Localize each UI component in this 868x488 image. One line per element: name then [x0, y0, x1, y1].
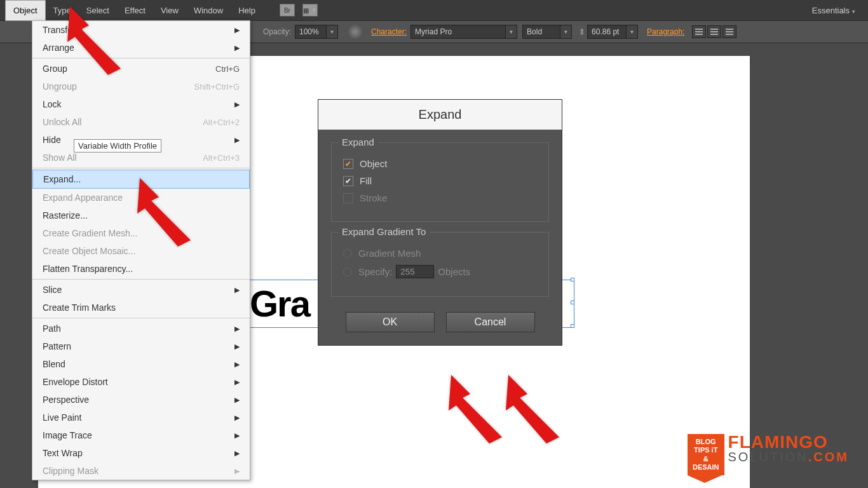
- logo-watermark: BLOG TIPS iT & DESAIN FLAMINGO SOLUTION.…: [688, 434, 849, 475]
- svg-marker-2: [449, 375, 502, 444]
- gradient-mesh-label: Gradient Mesh: [358, 248, 421, 259]
- object-dropdown: Transform▶ Arrange▶ GroupCtrl+G UngroupS…: [32, 20, 250, 480]
- opacity-input[interactable]: 100%: [295, 25, 327, 39]
- specify-label: Specify:: [358, 266, 392, 277]
- recolor-icon[interactable]: [348, 25, 362, 39]
- menu-perspective[interactable]: Perspective▶: [32, 391, 250, 409]
- menu-blend[interactable]: Blend▶: [32, 355, 250, 373]
- dialog-title: Expand: [318, 100, 562, 130]
- menu-unlock-all: Unlock AllAlt+Ctrl+2: [32, 113, 250, 131]
- bridge-icon[interactable]: Br: [280, 4, 295, 17]
- workspace-switcher[interactable]: Essentials▾: [804, 6, 863, 15]
- stroke-checkbox: [343, 193, 353, 203]
- menu-clipping-mask: Clipping Mask▶: [32, 462, 250, 480]
- menu-object[interactable]: Object: [5, 0, 46, 21]
- gradient-mesh-radio-row: Gradient Mesh: [343, 248, 537, 259]
- align-right-icon[interactable]: [722, 25, 736, 38]
- align-center-icon[interactable]: [707, 25, 721, 38]
- menu-create-trim-marks[interactable]: Create Trim Marks: [32, 299, 250, 316]
- character-label[interactable]: Character:: [371, 27, 407, 36]
- object-check-row[interactable]: ✔ Object: [343, 158, 537, 169]
- font-size-caret[interactable]: ▼: [627, 25, 638, 39]
- font-weight-caret[interactable]: ▼: [560, 25, 572, 39]
- menu-text-wrap[interactable]: Text Wrap▶: [32, 444, 250, 462]
- expand-fieldset-label: Expand: [338, 137, 378, 147]
- menu-lock[interactable]: Lock▶: [32, 95, 250, 113]
- arrow-annotation-2: [133, 178, 210, 250]
- menu-ungroup: UngroupShift+Ctrl+G: [32, 78, 250, 95]
- paragraph-label[interactable]: Paragraph:: [647, 27, 684, 36]
- arrow-annotation-4: [502, 375, 578, 447]
- object-check-label: Object: [360, 158, 387, 169]
- gradient-fieldset-label: Expand Gradient To: [338, 226, 430, 237]
- align-left-icon[interactable]: [692, 25, 706, 38]
- font-family-caret[interactable]: ▼: [506, 25, 517, 39]
- menu-image-trace[interactable]: Image Trace▶: [32, 426, 250, 444]
- font-size-input[interactable]: 60.86 pt: [587, 25, 627, 39]
- gradient-mesh-radio: [343, 249, 352, 258]
- svg-marker-3: [506, 375, 559, 444]
- svg-marker-1: [137, 178, 191, 247]
- arrange-docs-icon[interactable]: ▦▼: [302, 4, 318, 17]
- menu-flatten-transparency[interactable]: Flatten Transparency...: [32, 260, 250, 278]
- objects-label: Objects: [438, 266, 470, 277]
- specify-radio-row: Specify: Objects: [343, 265, 537, 278]
- selection-handle[interactable]: [571, 324, 574, 328]
- selection-handle[interactable]: [571, 278, 574, 281]
- expand-dialog: Expand Expand ✔ Object ✔ Fill Stroke Exp…: [318, 99, 562, 346]
- logo-badge: BLOG TIPS iT & DESAIN: [688, 434, 724, 475]
- canvas-text-left: Gra: [250, 282, 309, 325]
- selection-handle[interactable]: [571, 301, 574, 304]
- gradient-fieldset: Expand Gradient To Gradient Mesh Specify…: [331, 232, 549, 297]
- fill-check-row[interactable]: ✔ Fill: [343, 175, 537, 186]
- align-group: [692, 25, 736, 38]
- font-weight-input[interactable]: Bold: [522, 25, 560, 39]
- opacity-caret[interactable]: ▼: [327, 25, 338, 39]
- svg-marker-0: [67, 6, 121, 75]
- stroke-check-row: Stroke: [343, 193, 537, 203]
- menu-slice[interactable]: Slice▶: [32, 281, 250, 299]
- stroke-check-label: Stroke: [360, 193, 387, 203]
- fill-checkbox[interactable]: ✔: [343, 176, 353, 186]
- menu-live-paint[interactable]: Live Paint▶: [32, 409, 250, 426]
- tooltip-variable-width: Variable Width Profile: [74, 139, 161, 152]
- font-family-input[interactable]: Myriad Pro: [410, 25, 506, 39]
- object-checkbox[interactable]: ✔: [343, 159, 353, 169]
- specify-radio: [343, 268, 352, 276]
- ok-button[interactable]: OK: [346, 312, 435, 332]
- specify-input: [396, 265, 434, 278]
- fill-check-label: Fill: [360, 175, 372, 186]
- menu-window[interactable]: Window: [186, 1, 231, 20]
- menu-envelope-distort[interactable]: Envelope Distort▶: [32, 373, 250, 391]
- font-size-stepper[interactable]: ⬍: [578, 27, 586, 37]
- logo-text: FLAMINGO SOLUTION.COM: [728, 434, 849, 464]
- arrow-annotation-1: [64, 6, 140, 79]
- menu-pattern[interactable]: Pattern▶: [32, 337, 250, 355]
- menu-view[interactable]: View: [153, 1, 186, 20]
- menu-help[interactable]: Help: [231, 1, 263, 20]
- menu-path[interactable]: Path▶: [32, 320, 250, 337]
- cancel-button[interactable]: Cancel: [446, 312, 535, 332]
- opacity-label: Opacity:: [263, 27, 291, 36]
- expand-fieldset: Expand ✔ Object ✔ Fill Stroke: [331, 142, 549, 222]
